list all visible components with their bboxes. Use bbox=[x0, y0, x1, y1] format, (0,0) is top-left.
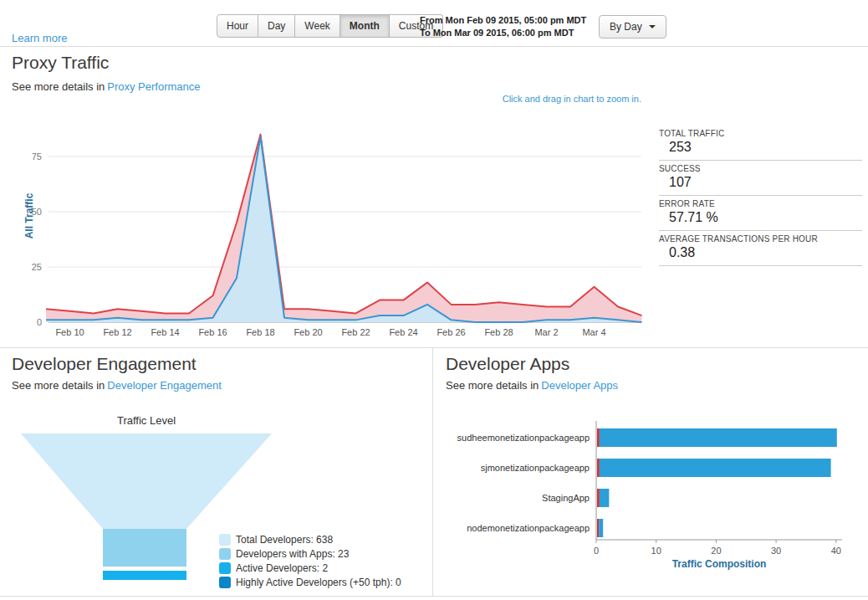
learn-more-link[interactable]: Learn more bbox=[12, 32, 67, 44]
developer-engagement-title: Developer Engagement bbox=[12, 354, 197, 374]
bottom-divider bbox=[0, 596, 868, 597]
stat-error-rate: ERROR RATE 57.71 % bbox=[659, 196, 862, 231]
stat-total-traffic: TOTAL TRAFFIC 253 bbox=[659, 126, 862, 161]
stat-label: TOTAL TRAFFIC bbox=[659, 129, 862, 138]
funnel-segment-active-developers bbox=[103, 571, 186, 580]
legend-item-active-developers: Active Developers: 2 bbox=[219, 562, 401, 574]
funnel-segment-developers-with-apps bbox=[103, 529, 186, 567]
proxy-performance-link[interactable]: Proxy Performance bbox=[107, 80, 200, 93]
stat-success: SUCCESS 107 bbox=[659, 161, 862, 196]
see-more-text: See more details in bbox=[12, 379, 105, 392]
legend-item-highly-active-developers: Highly Active Developers (+50 tph): 0 bbox=[219, 577, 401, 588]
svg-text:Feb 18: Feb 18 bbox=[246, 327, 274, 337]
svg-text:Feb 14: Feb 14 bbox=[151, 327, 179, 337]
svg-text:nodemonetizationpackageapp: nodemonetizationpackageapp bbox=[467, 523, 590, 533]
svg-text:50: 50 bbox=[32, 207, 42, 217]
developer-apps-title: Developer Apps bbox=[446, 354, 569, 374]
stat-value: 57.71 % bbox=[659, 208, 862, 227]
developer-engagement-link[interactable]: Developer Engagement bbox=[107, 379, 222, 392]
svg-text:Feb 12: Feb 12 bbox=[103, 327, 131, 337]
svg-text:Feb 22: Feb 22 bbox=[341, 327, 370, 337]
date-range-label: From Mon Feb 09 2015, 05:00 pm MDT To Mo… bbox=[420, 14, 586, 39]
range-month-button[interactable]: Month bbox=[340, 14, 390, 38]
legend-swatch-icon bbox=[219, 534, 231, 546]
date-to-label: To Mon Mar 09 2015, 06:00 pm MDT bbox=[420, 27, 586, 39]
stat-value: 0.38 bbox=[659, 244, 862, 262]
svg-text:0: 0 bbox=[37, 317, 42, 327]
svg-text:30: 30 bbox=[771, 546, 781, 556]
svg-text:sjmonetizationpackageapp: sjmonetizationpackageapp bbox=[481, 463, 590, 473]
legend-label: Total Developers: 638 bbox=[236, 534, 333, 546]
legend-swatch-icon bbox=[219, 577, 231, 588]
stat-value: 253 bbox=[659, 138, 862, 156]
stat-avg-tph: AVERAGE TRANSACTIONS PER HOUR 0.38 bbox=[659, 231, 862, 266]
developer-engagement-subtitle: See more details inDeveloper Engagement bbox=[12, 379, 222, 392]
granularity-label: By Day bbox=[610, 21, 642, 33]
developer-apps-chart[interactable]: sudheemonetizationpackageappsjmonetizati… bbox=[446, 414, 868, 577]
range-hour-button[interactable]: Hour bbox=[217, 14, 258, 38]
range-day-button[interactable]: Day bbox=[258, 14, 295, 38]
stat-label: SUCCESS bbox=[659, 164, 862, 173]
svg-text:Feb 10: Feb 10 bbox=[55, 327, 84, 337]
svg-text:75: 75 bbox=[32, 151, 42, 162]
section-divider bbox=[0, 347, 868, 348]
traffic-stats-panel: TOTAL TRAFFIC 253 SUCCESS 107 ERROR RATE… bbox=[659, 126, 862, 266]
legend-label: Highly Active Developers (+50 tph): 0 bbox=[236, 577, 401, 588]
legend-label: Active Developers: 2 bbox=[236, 562, 328, 574]
svg-text:25: 25 bbox=[32, 262, 42, 272]
proxy-traffic-chart[interactable]: 0255075Feb 10Feb 12Feb 14Feb 16Feb 18Feb… bbox=[0, 117, 648, 343]
funnel-title: Traffic Level bbox=[21, 414, 272, 427]
svg-text:StagingApp: StagingApp bbox=[542, 493, 590, 503]
svg-text:20: 20 bbox=[711, 546, 721, 556]
chevron-down-icon bbox=[649, 25, 656, 28]
legend-label: Developers with Apps: 23 bbox=[236, 548, 349, 560]
developer-apps-link[interactable]: Developer Apps bbox=[541, 379, 618, 392]
see-more-text: See more details in bbox=[446, 379, 539, 392]
zoom-hint-text: Click and drag in chart to zoom in. bbox=[431, 94, 641, 104]
proxy-traffic-subtitle: See more details inProxy Performance bbox=[12, 80, 201, 93]
svg-text:0: 0 bbox=[594, 546, 599, 556]
analytics-dashboard: Learn more Hour Day Week Month Custom Fr… bbox=[0, 0, 868, 600]
svg-text:sudheemonetizationpackageapp: sudheemonetizationpackageapp bbox=[457, 433, 590, 443]
svg-text:Feb 16: Feb 16 bbox=[198, 327, 227, 337]
stat-label: AVERAGE TRANSACTIONS PER HOUR bbox=[659, 234, 862, 244]
proxy-traffic-title: Proxy Traffic bbox=[12, 53, 109, 73]
granularity-dropdown[interactable]: By Day bbox=[599, 15, 666, 38]
topbar-divider bbox=[0, 46, 868, 47]
funnel-segment-total-developers bbox=[21, 433, 272, 529]
column-divider bbox=[432, 348, 433, 596]
svg-text:10: 10 bbox=[651, 546, 661, 556]
developer-apps-subtitle: See more details inDeveloper Apps bbox=[446, 379, 618, 392]
funnel-legend: Total Developers: 638 Developers with Ap… bbox=[219, 534, 401, 591]
svg-text:Mar 2: Mar 2 bbox=[534, 327, 558, 337]
svg-text:Feb 26: Feb 26 bbox=[437, 327, 465, 337]
legend-item-total-developers: Total Developers: 638 bbox=[219, 534, 401, 546]
time-range-button-group: Hour Day Week Month Custom bbox=[217, 14, 443, 38]
legend-swatch-icon bbox=[219, 562, 231, 574]
see-more-text: See more details in bbox=[12, 80, 105, 93]
range-week-button[interactable]: Week bbox=[295, 14, 340, 38]
svg-text:40: 40 bbox=[831, 546, 841, 556]
stat-value: 107 bbox=[659, 173, 862, 192]
svg-text:Traffic Composition: Traffic Composition bbox=[672, 558, 767, 570]
date-from-label: From Mon Feb 09 2015, 05:00 pm MDT bbox=[420, 14, 586, 27]
svg-text:Feb 20: Feb 20 bbox=[294, 327, 322, 337]
legend-item-developers-with-apps: Developers with Apps: 23 bbox=[219, 548, 401, 560]
svg-text:Feb 24: Feb 24 bbox=[389, 327, 417, 337]
svg-text:Mar 4: Mar 4 bbox=[582, 327, 605, 337]
stat-label: ERROR RATE bbox=[659, 199, 862, 208]
legend-swatch-icon bbox=[219, 548, 231, 560]
svg-text:Feb 28: Feb 28 bbox=[484, 327, 513, 337]
